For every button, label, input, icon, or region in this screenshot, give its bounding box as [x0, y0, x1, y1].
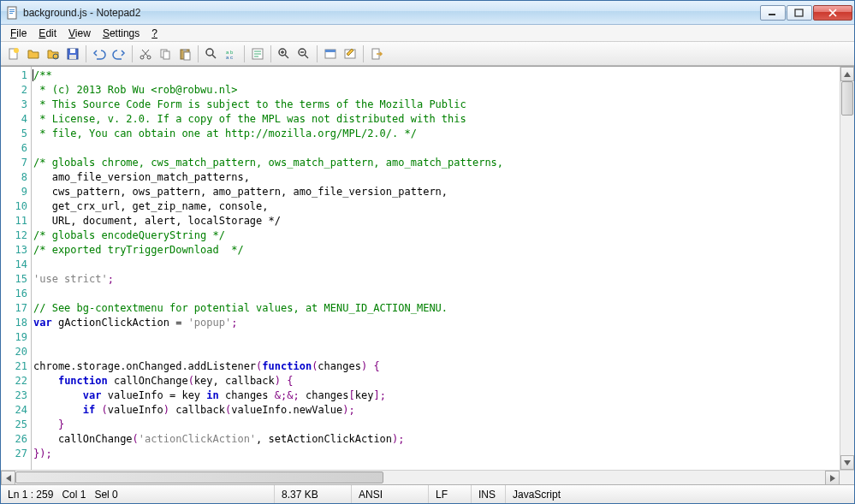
- app-icon: [6, 6, 20, 20]
- svg-point-19: [206, 49, 213, 56]
- title-bar[interactable]: background.js - Notepad2: [1, 1, 854, 25]
- copy-button[interactable]: [156, 44, 175, 63]
- line-number-gutter: 1234567891011121314151617181920212223242…: [1, 67, 32, 470]
- svg-rect-3: [9, 13, 13, 14]
- exit-button[interactable]: [367, 44, 386, 63]
- status-bar: Ln 1 : 259 Col 1 Sel 0 8.37 KB ANSI LF I…: [1, 484, 854, 503]
- scroll-up-button[interactable]: [840, 67, 854, 81]
- svg-rect-26: [325, 50, 335, 52]
- browse-button[interactable]: [44, 44, 62, 63]
- find-button[interactable]: [202, 44, 221, 63]
- new-file-button[interactable]: [4, 44, 23, 63]
- scroll-corner: [840, 471, 854, 485]
- zoom-out-button[interactable]: [294, 44, 313, 63]
- svg-text:a c: a c: [226, 55, 233, 60]
- undo-button[interactable]: [90, 44, 109, 63]
- svg-rect-18: [184, 52, 190, 60]
- menu-bar: File Edit View Settings ?: [1, 25, 854, 42]
- replace-button[interactable]: a ba c: [222, 44, 240, 63]
- menu-file[interactable]: File: [4, 26, 33, 41]
- zoom-in-button[interactable]: [275, 44, 294, 63]
- svg-rect-5: [795, 9, 803, 16]
- status-position: Ln 1 : 259 Col 1 Sel 0: [1, 485, 275, 503]
- menu-view[interactable]: View: [62, 26, 97, 41]
- redo-button[interactable]: [110, 44, 128, 63]
- editor-area: 1234567891011121314151617181920212223242…: [1, 66, 854, 470]
- svg-rect-10: [70, 49, 75, 53]
- scroll-down-button[interactable]: [840, 455, 854, 470]
- menu-help[interactable]: ?: [145, 26, 163, 41]
- scroll-left-button[interactable]: [1, 471, 15, 485]
- horizontal-scrollbar[interactable]: [1, 470, 854, 484]
- status-insert-mode: INS: [472, 485, 506, 503]
- vertical-scrollbar[interactable]: [840, 67, 854, 470]
- code-editor[interactable]: /** * (c) 2013 Rob Wu <rob@robwu.nl> * T…: [32, 67, 840, 470]
- svg-rect-2: [9, 11, 15, 12]
- save-button[interactable]: [63, 44, 82, 63]
- window-title: background.js - Notepad2: [23, 7, 759, 19]
- status-language: JavaScript: [506, 485, 854, 503]
- paste-button[interactable]: [175, 44, 194, 63]
- minimize-button[interactable]: [760, 5, 786, 21]
- vertical-scroll-track[interactable]: [840, 81, 854, 455]
- scroll-right-button[interactable]: [825, 471, 840, 485]
- svg-rect-1: [9, 9, 15, 10]
- close-button[interactable]: [813, 5, 852, 21]
- svg-rect-11: [69, 55, 76, 59]
- svg-rect-17: [183, 49, 187, 51]
- horizontal-scroll-thumb[interactable]: [15, 471, 383, 483]
- menu-settings[interactable]: Settings: [97, 26, 145, 41]
- window: background.js - Notepad2 File Edit View …: [0, 0, 855, 504]
- horizontal-scroll-track[interactable]: [15, 471, 825, 484]
- svg-rect-4: [769, 14, 775, 15]
- word-wrap-button[interactable]: [248, 44, 267, 63]
- open-file-button[interactable]: [24, 44, 43, 63]
- cut-button[interactable]: [136, 44, 155, 63]
- status-eol: LF: [429, 485, 472, 503]
- svg-point-7: [14, 48, 19, 53]
- status-encoding: ANSI: [352, 485, 429, 503]
- svg-rect-15: [163, 51, 169, 59]
- menu-edit[interactable]: Edit: [33, 26, 62, 41]
- toolbar: a ba c: [1, 42, 854, 66]
- customize-button[interactable]: [341, 44, 359, 63]
- maximize-button[interactable]: [787, 5, 812, 21]
- status-filesize: 8.37 KB: [275, 485, 352, 503]
- scheme-button[interactable]: [321, 44, 340, 63]
- vertical-scroll-thumb[interactable]: [841, 81, 853, 116]
